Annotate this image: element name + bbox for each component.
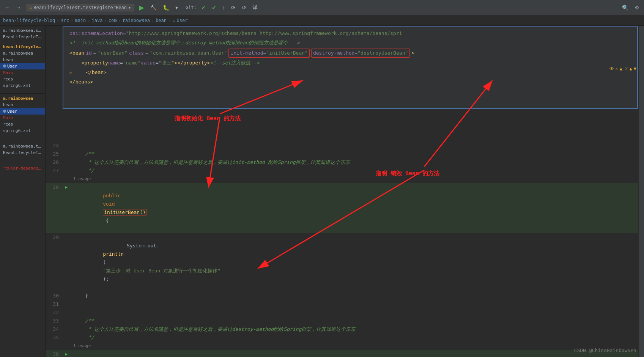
code-line-29: 29 System.out. println ( "第三步：对 User Bea… <box>46 233 638 292</box>
sidebar-item-user2[interactable]: User <box>0 108 45 115</box>
xml-line-end-beans: </beans> <box>63 77 637 87</box>
code-line-33: 33 /** <box>46 317 638 325</box>
translate-button[interactable]: 译 <box>251 3 259 12</box>
usage-hint-28: 1 usage <box>46 175 638 183</box>
main-layout: m.rainbowsea.spring6 BeanLifecycleTest b… <box>0 26 644 357</box>
sidebar-item-circular[interactable]: rcular-dependency <box>0 165 45 171</box>
warning-icon: ⚠ <box>616 66 618 71</box>
xml-panel: xsi:schemaLocation =" http://www.springf… <box>63 26 638 109</box>
git-history-button[interactable]: ⟳ <box>230 4 237 11</box>
run-config[interactable]: ☕ BeanLifecycleTest.testRegisterBean ▾ <box>26 4 134 11</box>
back-button[interactable]: ← <box>3 4 11 11</box>
breadcrumb-main[interactable]: main <box>75 18 86 23</box>
code-line-34: 34 * 这个方法需要自己写，方法名随意，但是注意写好之后，要通过destroy… <box>46 325 638 333</box>
config-label: BeanLifecycleTest.testRegisterBean <box>33 5 127 10</box>
warnings-panel: 👁 ⚠ ▲ 2 ▲ ▼ <box>609 66 636 71</box>
settings-button[interactable]: ⚙ <box>633 4 641 11</box>
run-gutter-icon[interactable]: ▶ <box>65 183 68 192</box>
csdn-watermark: CSDN @ChinaRainbowSea <box>574 348 636 353</box>
sidebar-section-5: rcular-dependency <box>0 164 45 173</box>
git-label: Git: <box>186 5 197 10</box>
breadcrumb-rainbowsea[interactable]: rainbowsea <box>123 18 150 23</box>
breadcrumb-user[interactable]: User <box>177 18 188 23</box>
sidebar-section-3: m.rainbowsea bean User Main rces spring6… <box>0 94 45 135</box>
sidebar-item-main[interactable]: Main <box>0 69 45 76</box>
code-area: xsi:schemaLocation =" http://www.springf… <box>46 26 644 357</box>
xml-init-method: init-method="initUserBean" <box>228 49 310 58</box>
code-line-35: 35 */ <box>46 333 638 342</box>
git-check-button[interactable]: ✔ <box>200 4 207 11</box>
java-section: 24 25 /** 26 * 这个方法需要自己写，方法名随意，但是注意写好之后，… <box>46 142 638 357</box>
bean-icon: ☕ <box>29 5 32 10</box>
xml-spacer <box>63 87 637 106</box>
dot-blue-2 <box>3 110 6 113</box>
sep4: › <box>104 18 107 23</box>
sidebar-item-test[interactable]: m.rainbowsea.test <box>0 143 45 149</box>
init-annotation-label: 指明初始化 Bean 的方法 <box>175 115 241 122</box>
eye-icon: 👁 <box>609 66 614 71</box>
code-line-30: 30 } <box>46 292 638 300</box>
breadcrumb-com[interactable]: com <box>109 18 117 23</box>
bean-warning-icon: ⚠ <box>69 69 72 77</box>
sep3: › <box>87 18 90 23</box>
sep6: › <box>151 18 154 23</box>
git-undo-button[interactable]: ↺ <box>240 4 248 11</box>
usage-hint-36: 1 usage <box>46 342 638 350</box>
sidebar-item-m-rainbowsea2: m.rainbowsea <box>0 95 45 102</box>
chevron-up-icon: ▲ <box>630 66 632 71</box>
sep5: › <box>118 18 121 23</box>
toolbar: ← → ☕ BeanLifecycleTest.testRegisterBean… <box>0 0 644 15</box>
sep2: › <box>71 18 73 23</box>
git-push-button[interactable]: ✔ <box>210 4 218 11</box>
sidebar-item-main2[interactable]: Main <box>0 115 45 121</box>
run-button[interactable]: ▶ <box>137 3 146 13</box>
breadcrumb-user-icon: ☕ <box>172 18 175 23</box>
xml-line-end-bean: ⚠ </bean> <box>63 68 637 77</box>
sep7: › <box>168 18 171 23</box>
sidebar-item-rces[interactable]: rces <box>0 76 45 82</box>
sidebar-item-rces2[interactable]: rces <box>0 121 45 127</box>
breadcrumb-blog[interactable]: bean-lifecycle-blog <box>3 18 55 23</box>
sidebar-item-spring6[interactable]: m.rainbowsea.spring6 <box>0 27 45 34</box>
sidebar-item-beantest2[interactable]: BeanLifecycleTest <box>0 149 45 156</box>
breadcrumb-java[interactable]: java <box>92 18 103 23</box>
build-button[interactable]: 🔨 <box>149 4 158 11</box>
breadcrumb: bean-lifecycle-blog › src › main › java … <box>0 15 644 26</box>
code-line-28: 28 ▶ public void initUserBean() { <box>46 183 638 233</box>
sidebar-section-4: m.rainbowsea.test BeanLifecycleTest <box>0 142 45 157</box>
sidebar: m.rainbowsea.spring6 BeanLifecycleTest b… <box>0 26 46 357</box>
code-line-32: 32 <box>46 308 638 317</box>
sidebar-section-1: m.rainbowsea.spring6 BeanLifecycleTest <box>0 26 45 42</box>
toolbar-right: 🔍 ⚙ <box>620 4 641 11</box>
xml-line-comment1: <!--init-method指明Bean的初始化方法是哪个；destroy-m… <box>63 38 637 48</box>
more-run-button[interactable]: ▾ <box>174 4 180 11</box>
debug-button[interactable]: 🐛 <box>161 4 171 11</box>
chevron-down-icon: ▼ <box>634 66 636 71</box>
sep1: › <box>57 18 59 23</box>
code-line-24: 24 <box>46 142 638 150</box>
sidebar-section-2: bean-lifecycle-blog m.rainbowsea bean Us… <box>0 42 45 90</box>
xml-line-property: <property name="name" value="张三" ></prop… <box>63 58 637 68</box>
sidebar-item-bean[interactable]: bean <box>0 57 45 63</box>
scrollbar[interactable] <box>639 26 644 357</box>
dropdown-icon: ▾ <box>128 5 131 10</box>
sidebar-item-m-rainbowsea[interactable]: m.rainbowsea <box>0 50 45 57</box>
code-line-26: 26 * 这个方法需要自己写，方法名随意，但是注意写好之后，要通过init-me… <box>46 158 638 167</box>
sidebar-header-blog: bean-lifecycle-blog <box>0 44 45 50</box>
forward-button[interactable]: → <box>14 4 23 11</box>
run-gutter-icon-2[interactable]: ▶ <box>65 350 68 357</box>
code-line-27: 27 */ <box>46 167 638 175</box>
code-line-31: 31 <box>46 300 638 308</box>
breadcrumb-bean[interactable]: bean <box>156 18 167 23</box>
xml-destroy-method: destroy-method="destroyUserBean" <box>311 49 410 58</box>
breadcrumb-src[interactable]: src <box>61 18 69 23</box>
code-line-25: 25 /** <box>46 150 638 158</box>
sidebar-item-bean2[interactable]: bean <box>0 102 45 108</box>
sidebar-item-user[interactable]: User <box>0 63 45 69</box>
sidebar-item-spring6xml[interactable]: spring6.xml <box>0 82 45 89</box>
search-button[interactable]: 🔍 <box>620 4 630 11</box>
sidebar-item-spring6xml2[interactable]: spring6.xml <box>0 127 45 134</box>
sidebar-item-lifecycletest[interactable]: BeanLifecycleTest <box>0 34 45 40</box>
git-pull-button[interactable]: ↑ <box>221 4 227 11</box>
init-method-highlight: initUserBean() <box>103 209 147 215</box>
